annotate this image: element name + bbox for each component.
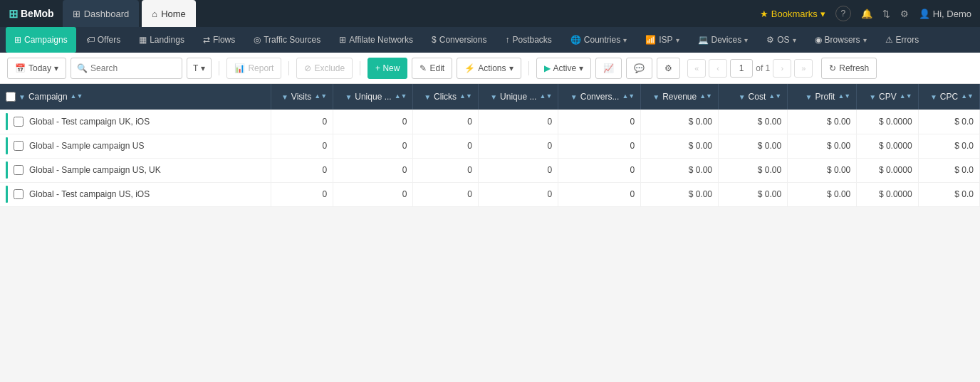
user-menu[interactable]: 👤 Hi, Demo bbox=[919, 9, 971, 19]
report-button[interactable]: 📊 Report bbox=[226, 58, 281, 79]
sidebar-item-flows[interactable]: ⇄ Flows bbox=[194, 27, 244, 53]
sidebar-item-errors[interactable]: ⚠ Errors bbox=[877, 27, 928, 53]
help-icon[interactable]: ? bbox=[835, 6, 851, 21]
campaign-cell[interactable]: Global - Sample campaign US bbox=[0, 134, 271, 158]
logo[interactable]: ⊞ BeMob bbox=[9, 7, 54, 21]
row-checkbox[interactable] bbox=[14, 141, 24, 151]
tab-dashboard[interactable]: ⊞ Dashboard bbox=[63, 0, 140, 27]
exclude-button[interactable]: ⊘ Exclude bbox=[296, 58, 353, 79]
actions-button[interactable]: ⚡ Actions ▾ bbox=[457, 58, 521, 79]
cost-cell: $ 0.00 bbox=[719, 110, 788, 134]
sidebar-item-browsers[interactable]: ◉ Browsers ▾ bbox=[806, 27, 875, 53]
col-cpv-header[interactable]: ▼ CPV ▲▼ bbox=[857, 84, 918, 110]
edit-button[interactable]: ✎ Edit bbox=[412, 58, 452, 79]
sort-profit-icon[interactable]: ▲▼ bbox=[838, 94, 850, 99]
flows-label: Flows bbox=[213, 35, 235, 45]
conversions-cell: 0 bbox=[558, 182, 641, 206]
logo-icon: ⊞ bbox=[9, 7, 18, 21]
sort-revenue-icon[interactable]: ▲▼ bbox=[699, 94, 712, 99]
sort-visits-icon[interactable]: ▲▼ bbox=[314, 94, 327, 99]
col-campaign-header[interactable]: ▼ Campaign ▲▼ bbox=[0, 84, 271, 110]
nav-right: ★ Bookmarks ▾ ? 🔔 ⇅ ⚙ 👤 Hi, Demo bbox=[760, 6, 971, 21]
sort-cpc-icon[interactable]: ▲▼ bbox=[961, 94, 974, 99]
date-picker[interactable]: 📅 Today ▾ bbox=[7, 58, 66, 79]
campaign-cell[interactable]: Global - Test campaign US, iOS bbox=[0, 182, 271, 206]
sidebar-item-traffic-sources[interactable]: ◎ Traffic Sources bbox=[245, 27, 329, 53]
col-unique2-header[interactable]: ▼ Unique ... ▲▼ bbox=[478, 84, 558, 110]
col-unique1-header[interactable]: ▼ Unique ... ▲▼ bbox=[333, 84, 413, 110]
settings-button[interactable]: ⚙ bbox=[657, 58, 680, 79]
campaigns-label: Campaigns bbox=[24, 35, 68, 45]
sort-conversions-icon[interactable]: ▲▼ bbox=[622, 94, 635, 99]
sidebar-item-os[interactable]: ⚙ OS ▾ bbox=[758, 27, 804, 53]
sidebar-item-offers[interactable]: 🏷 Offers bbox=[78, 27, 129, 53]
sort-unique2-icon[interactable]: ▲▼ bbox=[539, 94, 552, 99]
row-checkbox[interactable] bbox=[14, 117, 24, 127]
errors-icon: ⚠ bbox=[885, 35, 893, 45]
col-conversions-header[interactable]: ▼ Convers... ▲▼ bbox=[558, 84, 641, 110]
offers-label: Offers bbox=[98, 35, 120, 45]
pag-first-button[interactable]: « bbox=[687, 59, 706, 78]
col-clicks-header[interactable]: ▼ Clicks ▲▼ bbox=[413, 84, 478, 110]
unique1-cell: 0 bbox=[333, 158, 413, 182]
col-visits-header[interactable]: ▼ Visits ▲▼ bbox=[271, 84, 333, 110]
share-icon[interactable]: ⇅ bbox=[882, 9, 890, 19]
pag-prev-button[interactable]: ‹ bbox=[709, 59, 727, 78]
date-chevron: ▾ bbox=[54, 63, 58, 73]
bookmarks-button[interactable]: ★ Bookmarks ▾ bbox=[760, 9, 825, 19]
filter-unique1-icon: ▼ bbox=[345, 93, 352, 101]
chart-button[interactable]: 📈 bbox=[595, 58, 622, 79]
search-input[interactable] bbox=[90, 63, 176, 73]
refresh-button[interactable]: ↻ Refresh bbox=[821, 58, 877, 79]
col-cpc-header[interactable]: ▼ CPC ▲▼ bbox=[918, 84, 979, 110]
profit-cell: $ 0.00 bbox=[788, 182, 857, 206]
search-box[interactable]: 🔍 bbox=[71, 58, 182, 79]
sort-cpv-icon[interactable]: ▲▼ bbox=[900, 94, 912, 99]
postbacks-label: Postbacks bbox=[512, 35, 551, 45]
sidebar-item-devices[interactable]: 💻 Devices ▾ bbox=[689, 27, 757, 53]
pag-next-button[interactable]: › bbox=[773, 59, 791, 78]
sidebar-item-countries[interactable]: 🌐 Countries ▾ bbox=[562, 27, 635, 53]
divider-4 bbox=[528, 61, 529, 75]
isp-icon: 📶 bbox=[645, 35, 656, 45]
campaign-cell[interactable]: Global - Test campaign UK, iOS bbox=[0, 110, 271, 134]
sidebar-item-postbacks[interactable]: ↑ Postbacks bbox=[496, 27, 560, 53]
table-row: Global - Test campaign UK, iOS 0 0 0 0 0… bbox=[0, 110, 980, 134]
new-button[interactable]: + New bbox=[368, 58, 407, 79]
sidebar-item-landings[interactable]: ▦ Landings bbox=[130, 27, 193, 53]
pag-input[interactable] bbox=[730, 59, 753, 78]
sort-campaign-icon[interactable]: ▲▼ bbox=[71, 94, 83, 99]
user-label: Hi, Demo bbox=[933, 9, 971, 19]
cpc-cell: $ 0.0 bbox=[918, 134, 979, 158]
col-cost-header[interactable]: ▼ Cost ▲▼ bbox=[719, 84, 788, 110]
row-checkbox[interactable] bbox=[14, 189, 24, 199]
sidebar-item-conversions[interactable]: $ Conversions bbox=[423, 27, 495, 53]
active-filter-button[interactable]: ▶ Active ▾ bbox=[536, 58, 592, 79]
visits-cell: 0 bbox=[271, 110, 333, 134]
select-all-checkbox[interactable] bbox=[6, 92, 16, 102]
sidebar-item-campaigns[interactable]: ⊞ Campaigns bbox=[6, 27, 76, 53]
filter-cpv-icon: ▼ bbox=[869, 93, 876, 101]
sort-cost-icon[interactable]: ▲▼ bbox=[768, 94, 781, 99]
flows-icon: ⇄ bbox=[203, 35, 210, 45]
notification-icon[interactable]: 🔔 bbox=[861, 9, 872, 19]
t-button[interactable]: T ▾ bbox=[187, 58, 212, 79]
browsers-icon: ◉ bbox=[815, 35, 822, 45]
active-label: Active bbox=[553, 63, 577, 73]
cpv-cell: $ 0.0000 bbox=[857, 110, 918, 134]
sidebar-item-affiliate-networks[interactable]: ⊞ Affilate Networks bbox=[330, 27, 422, 53]
col-profit-header[interactable]: ▼ Profit ▲▼ bbox=[788, 84, 857, 110]
row-checkbox[interactable] bbox=[14, 165, 24, 175]
pag-last-button[interactable]: » bbox=[794, 59, 813, 78]
tab-home[interactable]: ⌂ Home bbox=[142, 0, 196, 27]
settings-icon[interactable]: ⚙ bbox=[900, 9, 909, 19]
sort-unique1-icon[interactable]: ▲▼ bbox=[395, 94, 407, 99]
filter-clicks-icon: ▼ bbox=[424, 93, 431, 101]
os-label: OS bbox=[777, 35, 789, 45]
refresh-icon: ↻ bbox=[829, 63, 836, 73]
sort-clicks-icon[interactable]: ▲▼ bbox=[459, 94, 472, 99]
message-button[interactable]: 💬 bbox=[626, 58, 652, 79]
sidebar-item-isp[interactable]: 📶 ISP ▾ bbox=[637, 27, 687, 53]
col-revenue-header[interactable]: ▼ Revenue ▲▼ bbox=[641, 84, 719, 110]
campaign-cell[interactable]: Global - Sample campaign US, UK bbox=[0, 158, 271, 182]
